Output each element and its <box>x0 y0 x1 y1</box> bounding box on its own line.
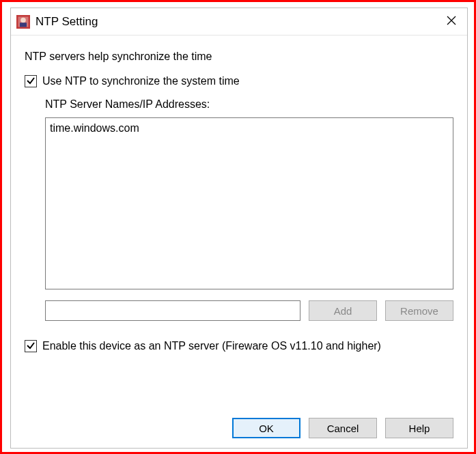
add-button[interactable]: Add <box>309 300 377 321</box>
svg-rect-2 <box>20 23 27 27</box>
enable-server-label: Enable this device as an NTP server (Fir… <box>42 340 381 352</box>
server-list-label: NTP Server Names/IP Addresses: <box>45 98 453 111</box>
app-icon <box>16 15 30 29</box>
cancel-button[interactable]: Cancel <box>309 418 377 438</box>
server-name-input[interactable] <box>45 300 300 321</box>
server-input-row: Add Remove <box>45 300 453 321</box>
close-icon <box>447 16 456 27</box>
ok-button[interactable]: OK <box>232 418 300 438</box>
help-button[interactable]: Help <box>385 418 453 438</box>
list-item[interactable]: time.windows.com <box>50 121 449 136</box>
server-listbox[interactable]: time.windows.com <box>45 117 453 289</box>
ntp-server-section: NTP Server Names/IP Addresses: time.wind… <box>45 98 453 337</box>
enable-server-row: Enable this device as an NTP server (Fir… <box>25 340 453 352</box>
dialog-button-bar: OK Cancel Help <box>25 410 453 438</box>
titlebar: NTP Setting <box>11 8 467 36</box>
use-ntp-checkbox[interactable] <box>25 75 37 87</box>
check-icon <box>26 76 36 87</box>
remove-button[interactable]: Remove <box>385 300 453 321</box>
dialog-content: NTP servers help synchronize the time Us… <box>11 36 467 448</box>
check-icon <box>26 341 36 352</box>
use-ntp-label: Use NTP to synchronize the system time <box>42 75 240 87</box>
window-title: NTP Setting <box>36 15 436 29</box>
use-ntp-row: Use NTP to synchronize the system time <box>25 75 453 87</box>
enable-server-checkbox[interactable] <box>25 340 37 352</box>
close-button[interactable] <box>436 8 467 36</box>
svg-point-1 <box>20 17 26 23</box>
intro-text: NTP servers help synchronize the time <box>25 51 453 63</box>
ntp-setting-dialog: NTP Setting NTP servers help synchronize… <box>10 8 468 449</box>
